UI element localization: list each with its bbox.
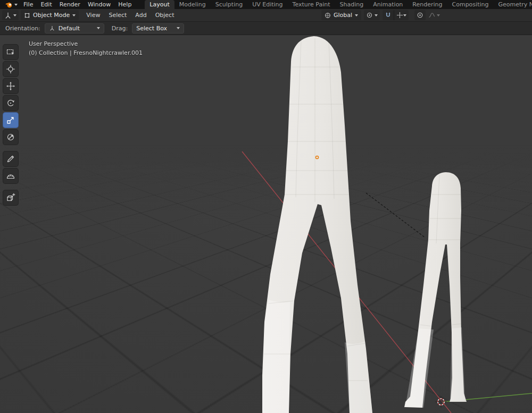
tool-select-box[interactable] [3, 45, 18, 60]
tab-animation[interactable]: Animation [368, 0, 408, 9]
pivot-point-dropdown[interactable] [364, 10, 380, 20]
tool-add-cube[interactable] [3, 190, 18, 205]
menu-object[interactable]: Object [151, 12, 179, 19]
chevron-down-icon [14, 4, 18, 6]
blender-window: File Edit Render Window Help Layout Mode… [0, 0, 532, 413]
menu-view[interactable]: View [82, 12, 104, 19]
orientation-label: Orientation: [5, 25, 40, 32]
snap-toggle-button[interactable] [383, 10, 394, 20]
select-box-icon [6, 47, 15, 57]
drag-value: Select Box [136, 25, 173, 32]
chevron-down-icon [97, 27, 100, 29]
chevron-down-icon [355, 14, 358, 16]
move-icon [6, 81, 15, 91]
topbar-menus: File Edit Render Window Help [20, 0, 135, 9]
viewport-3d[interactable]: User Perspective (0) Collection | Fresno… [0, 35, 532, 413]
chevron-down-icon [13, 14, 16, 16]
tab-uv-editing[interactable]: UV Editing [247, 0, 287, 9]
proportional-falloff-dropdown[interactable] [428, 12, 440, 19]
model-figure-small[interactable] [404, 172, 467, 408]
tool-cursor[interactable] [3, 62, 18, 77]
chevron-down-icon [437, 14, 440, 16]
orientation-value: Default [59, 25, 94, 32]
tool-settings-bar: Orientation: Default Drag: Select Box [0, 22, 532, 35]
add-cube-icon [6, 193, 15, 203]
topbar: File Edit Render Window Help Layout Mode… [0, 0, 532, 9]
model-figure-large[interactable] [262, 36, 372, 413]
tab-layout[interactable]: Layout [145, 0, 174, 9]
active-object-breadcrumb: (0) Collection | FresnoNightcrawler.001 [29, 48, 143, 57]
tool-scale[interactable] [3, 113, 18, 128]
orientation-value: Global [334, 12, 352, 19]
chevron-down-icon [72, 14, 76, 16]
rotate-icon [6, 98, 15, 108]
axis-icon [49, 25, 55, 31]
tab-rendering[interactable]: Rendering [408, 0, 447, 9]
annotate-pencil-icon [6, 154, 15, 164]
menu-render[interactable]: Render [56, 0, 84, 9]
cursor-icon [6, 64, 15, 74]
tool-move[interactable] [3, 79, 18, 94]
mode-dropdown[interactable]: Object Mode [21, 10, 79, 20]
view-perspective-label: User Perspective [29, 39, 143, 48]
tool-measure[interactable] [3, 168, 18, 183]
transform-orientation-dropdown[interactable]: Global [321, 10, 361, 20]
tool-transform[interactable] [3, 130, 18, 145]
mode-label: Object Mode [33, 12, 70, 19]
viewport-overlay-text: User Perspective (0) Collection | Fresno… [29, 39, 143, 57]
editor-type-button[interactable] [2, 10, 19, 20]
scene-svg [0, 35, 532, 413]
tool-annotate[interactable] [3, 151, 18, 166]
tab-shading[interactable]: Shading [335, 0, 369, 9]
menu-help[interactable]: Help [114, 0, 135, 9]
snap-target-icon [396, 12, 403, 19]
proportional-icon [417, 12, 423, 19]
scale-icon [6, 115, 15, 125]
blender-logo-icon [5, 1, 13, 9]
orientation-default-dropdown[interactable]: Default [45, 23, 104, 33]
pivot-icon [366, 12, 373, 19]
chevron-down-icon [177, 27, 180, 29]
drag-label: Drag: [112, 25, 128, 32]
snap-target-dropdown[interactable] [394, 10, 409, 20]
menu-file[interactable]: File [20, 0, 37, 9]
proportional-editing-toggle[interactable] [414, 10, 426, 20]
tab-modeling[interactable]: Modeling [174, 0, 211, 9]
measure-icon [6, 171, 15, 181]
menu-select[interactable]: Select [104, 12, 131, 19]
magnet-icon [385, 12, 392, 19]
chevron-down-icon [375, 14, 378, 16]
menu-edit[interactable]: Edit [37, 0, 55, 9]
chevron-down-icon [403, 14, 406, 16]
workspace-tabs: Layout Modeling Sculpting UV Editing Tex… [145, 0, 532, 9]
drag-mode-dropdown[interactable]: Select Box [132, 23, 184, 33]
tab-compositing[interactable]: Compositing [447, 0, 494, 9]
viewport-header-controls: Global [321, 10, 440, 20]
viewport-header: Object Mode View Select Add Object Globa… [0, 9, 532, 22]
falloff-curve-icon [428, 12, 435, 19]
tab-geometry-nodes[interactable]: Geometry Nodes [493, 0, 532, 9]
menu-add[interactable]: Add [131, 12, 151, 19]
editor-type-icon [4, 12, 12, 19]
blender-logo-menu[interactable] [3, 1, 20, 9]
orientation-globe-icon [325, 12, 331, 19]
tab-texture-paint[interactable]: Texture Paint [288, 0, 335, 9]
object-mode-icon [24, 12, 30, 19]
relationship-dashed-line [366, 193, 425, 238]
tab-sculpting[interactable]: Sculpting [211, 0, 247, 9]
tool-rotate[interactable] [3, 96, 18, 111]
tool-shelf [3, 45, 18, 205]
menu-window[interactable]: Window [84, 0, 114, 9]
snapping-group [383, 10, 409, 20]
transform-icon [6, 132, 15, 142]
